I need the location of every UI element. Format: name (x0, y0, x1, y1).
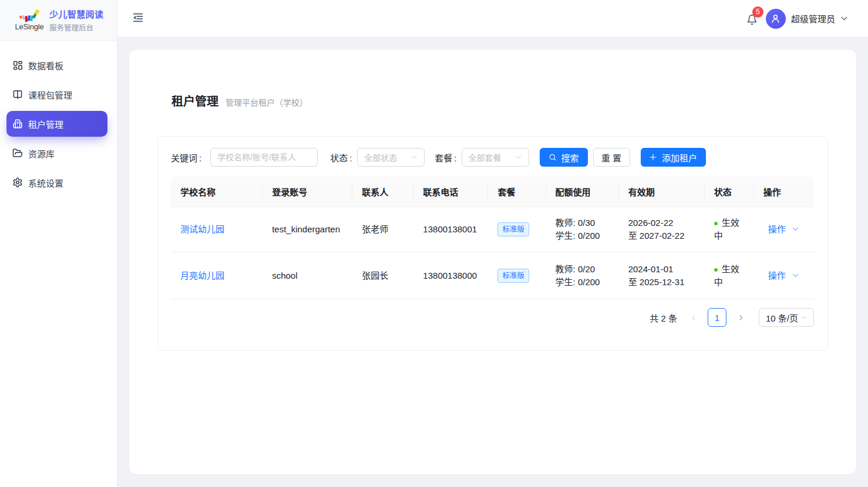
menu-fold-icon[interactable] (132, 11, 144, 24)
row-action-dropdown[interactable]: 操作 (763, 224, 799, 234)
column-header-操作: 操作 (754, 177, 814, 207)
status-label: 状态 : (330, 151, 352, 164)
filter-bar: 关键词 : 状态 : 全部状态 套餐 : 全部套餐 (171, 148, 814, 167)
page-size-chevron-down-icon (800, 314, 807, 321)
lesingle-logo: LeSingle (16, 9, 43, 31)
keyword-label: 关键词 : (171, 151, 201, 164)
validity-cell: 2024-01-01至 2025-12-31 (619, 252, 705, 299)
search-button-label: 搜索 (561, 151, 579, 164)
content-area: 租户管理 管理平台租户（学校） 关键词 : 状态 : 全部状态 套餐 : (117, 38, 868, 487)
sidebar-item-label: 系统设置 (28, 177, 63, 189)
logo-wordmark: LeSingle (15, 22, 44, 31)
page-card: 租户管理 管理平台租户（学校） 关键词 : 状态 : 全部状态 套餐 : (129, 50, 856, 474)
reset-button-label: 重 置 (601, 151, 621, 164)
plan-label: 套餐 : (435, 151, 456, 164)
action-chevron-down-icon (792, 270, 799, 278)
sidebar-menu: 数据看板课程包管理租户管理资源库系统设置 (0, 41, 117, 195)
quota-cell: 教师: 0/20学生: 0/200 (546, 252, 619, 299)
sidebar-item-label: 租户管理 (28, 118, 63, 130)
status-select-value: 全部状态 (364, 151, 397, 163)
pagination-next-icon[interactable] (732, 308, 749, 327)
brand-header: LeSingle 少儿智慧阅读 服务管理后台 (0, 0, 117, 41)
phone-cell: 13800138001 (413, 207, 488, 252)
status-dot-icon (714, 268, 718, 272)
notification-badge: 5 (752, 6, 763, 18)
user-name[interactable]: 超级管理员 (791, 12, 835, 25)
add-tenant-button-label: 添加租户 (662, 151, 697, 164)
sidebar-item-label: 课程包管理 (28, 89, 72, 101)
tenant-panel: 关键词 : 状态 : 全部状态 套餐 : 全部套餐 (157, 136, 828, 351)
main-column: 5 超级管理员 租户管理 管理平台租户（学校） 关键词 : 状态 : (117, 0, 868, 487)
account-cell: test_kindergarten (263, 207, 352, 252)
pagination-prev-icon[interactable] (685, 308, 702, 327)
book-icon (12, 89, 23, 100)
sidebar: LeSingle 少儿智慧阅读 服务管理后台 数据看板课程包管理租户管理资源库系… (0, 0, 117, 487)
sidebar-item-课程包管理[interactable]: 课程包管理 (6, 82, 107, 107)
column-header-学校名称: 学校名称 (171, 177, 263, 207)
page-head: 租户管理 管理平台租户（学校） (157, 50, 828, 110)
account-cell: school (263, 252, 352, 299)
table-row: 月亮幼儿园school张园长13800138000标准版教师: 0/20学生: … (171, 252, 814, 299)
table-row: 测试幼儿园test_kindergarten张老师13800138001标准版教… (171, 207, 814, 252)
page-subtitle: 管理平台租户（学校） (226, 96, 308, 108)
plan-select[interactable]: 全部套餐 (462, 148, 529, 167)
status-cell: 生效中 (705, 207, 754, 252)
pagination-total: 共 2 条 (650, 312, 677, 324)
brand-title: 少儿智慧阅读 (49, 8, 103, 20)
notification-bell[interactable]: 5 (746, 12, 758, 26)
status-cell: 生效中 (705, 252, 754, 299)
sidebar-item-label: 数据看板 (28, 59, 63, 72)
app-root: LeSingle 少儿智慧阅读 服务管理后台 数据看板课程包管理租户管理资源库系… (0, 0, 868, 487)
sidebar-item-数据看板[interactable]: 数据看板 (6, 52, 107, 78)
sidebar-item-label: 资源库 (28, 147, 55, 160)
action-chevron-down-icon (792, 224, 799, 231)
table-header-row: 学校名称登录账号联系人联系电话套餐配额使用有效期状态操作 (171, 177, 814, 207)
column-header-登录账号: 登录账号 (263, 177, 352, 207)
column-header-配额使用: 配额使用 (546, 177, 619, 207)
topbar: 5 超级管理员 (117, 0, 868, 38)
topbar-right: 5 超级管理员 (746, 9, 849, 29)
sidebar-item-租户管理[interactable]: 租户管理 (6, 111, 107, 137)
page-size-value: 10 条/页 (766, 312, 798, 324)
status-chevron-down-icon (411, 154, 418, 161)
phone-cell: 13800138000 (413, 252, 488, 299)
row-action-dropdown[interactable]: 操作 (763, 270, 799, 280)
page-title: 租户管理 (171, 93, 218, 110)
plan-tag: 标准版 (497, 222, 529, 236)
column-header-联系人: 联系人 (352, 177, 413, 207)
contact-cell: 张老师 (352, 207, 413, 252)
plan-select-value: 全部套餐 (469, 151, 502, 163)
sidebar-item-系统设置[interactable]: 系统设置 (6, 170, 107, 195)
school-name-link[interactable]: 测试幼儿园 (180, 224, 224, 234)
reset-button[interactable]: 重 置 (593, 148, 630, 167)
column-header-联系电话: 联系电话 (413, 177, 488, 207)
column-header-有效期: 有效期 (619, 177, 705, 207)
plus-icon (649, 153, 657, 161)
pagination-page-1[interactable]: 1 (708, 308, 726, 327)
user-chevron-down-icon[interactable] (840, 14, 849, 23)
contact-cell: 张园长 (352, 252, 413, 299)
folder-icon (12, 148, 23, 158)
avatar[interactable] (766, 9, 786, 29)
status-dot-icon (714, 222, 718, 225)
sidebar-item-资源库[interactable]: 资源库 (6, 140, 107, 166)
page-size-select[interactable]: 10 条/页 (759, 308, 814, 327)
validity-cell: 2026-02-22至 2027-02-22 (619, 207, 705, 252)
plan-tag: 标准版 (497, 269, 529, 283)
building-icon (12, 119, 23, 129)
dashboard-icon (12, 60, 23, 70)
pagination: 共 2 条 1 10 条/页 (171, 308, 814, 327)
status-select[interactable]: 全部状态 (357, 148, 425, 167)
column-header-套餐: 套餐 (488, 177, 546, 207)
school-name-link[interactable]: 月亮幼儿园 (180, 270, 224, 280)
keyword-input[interactable] (210, 148, 318, 167)
column-header-状态: 状态 (705, 177, 754, 207)
quota-cell: 教师: 0/30学生: 0/200 (546, 207, 619, 252)
plan-chevron-down-icon (515, 154, 522, 161)
search-icon (549, 153, 557, 161)
gear-icon (12, 177, 23, 188)
search-button[interactable]: 搜索 (540, 148, 588, 167)
brand-text: 少儿智慧阅读 服务管理后台 (49, 8, 103, 33)
brand-subtitle: 服务管理后台 (49, 22, 103, 33)
add-tenant-button[interactable]: 添加租户 (641, 148, 706, 167)
